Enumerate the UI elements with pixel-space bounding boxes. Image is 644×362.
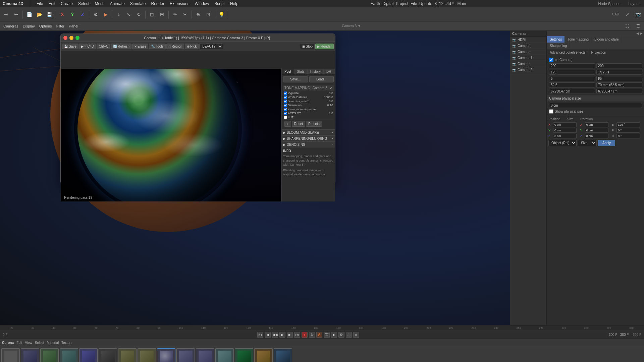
rot-p-input[interactable] (616, 128, 640, 133)
pos-z-input[interactable] (553, 134, 577, 138)
history-tab[interactable]: History (308, 69, 324, 74)
save-icon[interactable]: 💾 (45, 10, 54, 19)
pass-select[interactable]: BEAUTY (199, 44, 223, 49)
stats-tab[interactable]: Stats (294, 69, 308, 74)
options2-button[interactable]: ≡ (353, 332, 359, 338)
menu-window[interactable]: Window (195, 1, 209, 6)
live-select-icon[interactable]: ⊞ (157, 10, 167, 19)
bloom-glare-tab[interactable]: Bloom and glare (592, 36, 622, 43)
panel-menu[interactable]: Panel (67, 23, 80, 29)
tools-button[interactable]: 🔧 Tools (149, 44, 165, 49)
white-balance-checkbox[interactable] (284, 96, 287, 99)
z-axis-icon[interactable]: Z (78, 10, 87, 19)
open-icon[interactable]: 📂 (35, 10, 44, 19)
save-button[interactable]: 💾 Save (62, 44, 78, 49)
vignette-value[interactable]: 0.0 (320, 92, 333, 95)
aces-value[interactable]: 1.0 (320, 112, 333, 115)
display-menu[interactable]: Display (21, 23, 37, 29)
menu-mesh[interactable]: Mesh (95, 1, 104, 6)
camera-list-item-0[interactable]: 📷 Camera (510, 43, 546, 49)
render-settings-icon[interactable]: ⚙ (91, 10, 100, 19)
fit-view-icon[interactable]: ⛶ (623, 21, 632, 31)
camera-enabled-checkbox[interactable] (549, 58, 553, 62)
tone-mapping-check-icon[interactable]: ✓ (330, 86, 332, 90)
menu-script[interactable]: Script (214, 1, 225, 6)
thumb-clouds-active[interactable]: Clouds (157, 348, 175, 362)
presets-button[interactable]: Presets (306, 121, 322, 127)
play-reverse-button[interactable]: ◀◀ (272, 332, 278, 338)
minimize-button[interactable] (69, 36, 73, 40)
next-frame-button[interactable]: ▶ (287, 332, 293, 338)
lightmix-tab[interactable]: LightMix (334, 69, 335, 74)
green-magenta-value[interactable]: 0.0 (320, 100, 333, 103)
advanced-bokeh-tab[interactable]: Advanced bokeh effects (547, 49, 589, 56)
menu-create[interactable]: Create (61, 1, 73, 6)
thumb-clouds2[interactable]: Clouds : (176, 348, 195, 362)
reset-button[interactable]: Reset (292, 121, 305, 127)
bloom-glare-header[interactable]: ▶ BLOOM AND GLARE ✓ (282, 129, 335, 135)
lut-checkbox[interactable] (284, 116, 287, 119)
jump-start-button[interactable]: ⏮ (257, 332, 263, 338)
extrude-icon[interactable]: ⊡ (204, 10, 213, 19)
corona-tab[interactable]: Corona (2, 341, 14, 345)
play-button[interactable]: ▶ (279, 332, 285, 338)
rot-h-input[interactable] (616, 134, 640, 138)
camera-icon[interactable]: 📷 (633, 10, 643, 19)
texture-tab[interactable]: Texture (61, 341, 72, 345)
aces-checkbox[interactable] (284, 112, 287, 115)
thumb-uvb[interactable]: UVB (118, 348, 137, 362)
prev-frame-button[interactable]: ◀ (265, 332, 271, 338)
panel-arrow-icon[interactable]: ◀ ▶ (636, 32, 643, 35)
projection-tab[interactable]: Projection (589, 49, 609, 56)
options-menu[interactable]: Options (37, 23, 54, 29)
sharpening-tab[interactable]: Sharpening (547, 43, 570, 49)
post-tab[interactable]: Post (282, 69, 294, 74)
light-icon[interactable]: 💡 (217, 10, 226, 19)
thumb-y[interactable]: Y (21, 348, 39, 362)
denoising-check-icon[interactable]: ✓ (331, 143, 334, 146)
show-physical-checkbox[interactable] (549, 109, 553, 114)
redo-icon[interactable]: ↪ (11, 10, 21, 19)
settings2-button[interactable]: ⚙ (338, 332, 344, 338)
camera-size-input[interactable] (549, 103, 642, 108)
thumb-stratos[interactable]: Stratos (196, 348, 214, 362)
thumb-g[interactable]: G (40, 348, 59, 362)
dr-tab[interactable]: DR (324, 69, 334, 74)
thumb-db[interactable]: DB (99, 348, 117, 362)
y-axis-icon[interactable]: Y (68, 10, 77, 19)
menu-extensions[interactable]: Extensions (170, 1, 190, 6)
node-spaces-dropdown[interactable]: Node Spaces (598, 2, 620, 6)
shutter-value-right[interactable] (596, 70, 642, 75)
render2-button[interactable]: 🎥 (346, 332, 352, 338)
sharpening-header[interactable]: ▶ SHARPENING/BLURRING ✓ (282, 135, 335, 141)
bloom-check-icon[interactable]: ✓ (331, 131, 334, 134)
knife-icon[interactable]: ✂ (180, 10, 190, 19)
undo-icon[interactable]: ↩ (1, 10, 11, 19)
jump-end-button[interactable]: ⏭ (294, 332, 300, 338)
stop-button[interactable]: ⏹ Stop (300, 44, 315, 49)
size-z-input[interactable] (585, 134, 608, 138)
cameras-menu[interactable]: Cameras (1, 23, 20, 29)
size-mode-select[interactable]: Size Scale (578, 140, 597, 146)
refresh-button[interactable]: 🔄 Refresh (111, 44, 131, 49)
scale-icon[interactable]: ⤡ (124, 10, 133, 19)
select-tab[interactable]: Select (35, 341, 44, 345)
view-tab[interactable]: View (25, 341, 32, 345)
camera-list-item-camera1[interactable]: 📷 Camera.1 (510, 55, 546, 61)
zoom-fit-icon[interactable]: ⤢ (623, 10, 632, 19)
photographic-checkbox[interactable] (284, 108, 287, 111)
new-icon[interactable]: 📄 (24, 10, 34, 19)
camera-list-item-2[interactable]: 📷 Camera (510, 61, 546, 67)
rotate-icon[interactable]: ↻ (134, 10, 144, 19)
menu-simulate[interactable]: Simulate (130, 1, 146, 6)
thumb-earth[interactable]: Earth (235, 348, 253, 362)
poly-pen-icon[interactable]: ✏ (170, 10, 180, 19)
aperture-value-right[interactable] (596, 76, 642, 81)
thumb-c[interactable]: C (60, 348, 78, 362)
menu-edit[interactable]: Edit (48, 1, 55, 6)
view-options-icon[interactable]: ☰ (633, 21, 643, 31)
add-tone-button[interactable]: + (284, 121, 291, 127)
distance-value-right[interactable] (596, 89, 642, 94)
move-icon[interactable]: ↕ (114, 10, 123, 19)
auto-key-button[interactable]: A (316, 332, 322, 338)
